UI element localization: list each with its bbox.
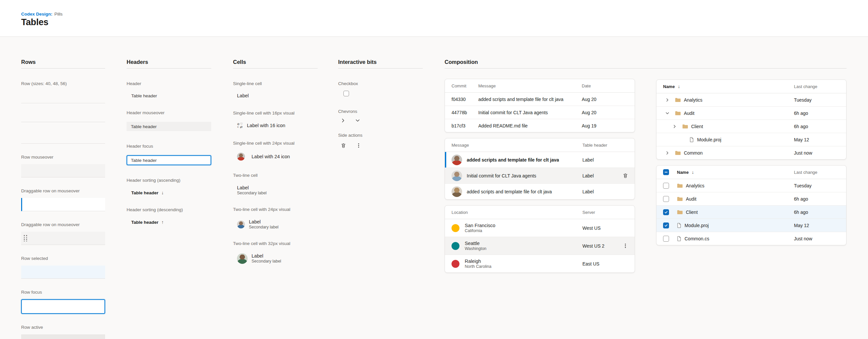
- table-row-active[interactable]: [21, 334, 105, 339]
- table-row-draggable-grip[interactable]: [21, 232, 105, 245]
- column-header-value[interactable]: Table header: [582, 143, 616, 148]
- column-header-location[interactable]: Location: [452, 210, 582, 215]
- more-vertical-icon[interactable]: [623, 243, 628, 249]
- cell-label: Label: [237, 185, 267, 191]
- table-cell-two-line-32-visual[interactable]: Label Secondary label: [237, 253, 318, 264]
- table-header-cell-mouseover[interactable]: Table header: [127, 122, 211, 131]
- commit-date: Aug 19: [582, 123, 628, 129]
- chevron-right-icon[interactable]: [663, 98, 673, 102]
- table-row[interactable]: Analytics Tuesday: [656, 179, 846, 192]
- tree-row[interactable]: Analytics Tuesday: [656, 93, 846, 106]
- demo-label-header-sort-desc: Header sorting (descending): [127, 207, 211, 213]
- column-header-commit[interactable]: Commit: [452, 83, 478, 88]
- column-header-last-change[interactable]: Last change: [794, 170, 840, 175]
- table-row[interactable]: Audit 6h ago: [656, 192, 846, 205]
- table-row-selected[interactable]: [21, 265, 105, 279]
- table-header-cell-focus[interactable]: Table header: [127, 155, 211, 165]
- table-row[interactable]: Common.cs Just now: [656, 232, 846, 245]
- table-row-focus[interactable]: [21, 299, 105, 314]
- checkbox-unchecked[interactable]: [663, 183, 669, 189]
- folder-icon: [675, 151, 681, 155]
- table-cell-single-16-visual[interactable]: ⊘♡+⇄ Label with 16 icon: [237, 122, 318, 129]
- city-label: San Francisco: [465, 223, 495, 228]
- section-title-interactive: Interactive bits: [338, 59, 423, 68]
- table-row[interactable]: Raleigh North Carolina East US: [445, 255, 634, 273]
- cell-label: Label: [252, 253, 281, 259]
- tree-row-expanded[interactable]: Audit 6h ago: [656, 106, 846, 119]
- item-name: Client: [686, 209, 698, 215]
- table-cell-single[interactable]: Label: [237, 93, 318, 98]
- section-interactive-bits: Interactive bits Checkbox Chevrons Side …: [338, 59, 423, 148]
- folder-icon: [677, 210, 683, 215]
- chevron-right-icon[interactable]: [341, 118, 345, 123]
- table-row-hover[interactable]: Initial commit for CLT Java agents Label: [445, 168, 634, 183]
- select-all-checkbox-indeterminate[interactable]: [663, 169, 669, 175]
- table-header-row: Name ↓ Last change: [656, 80, 846, 93]
- chevron-down-icon[interactable]: [663, 111, 673, 115]
- file-tree-table: Name ↓ Last change Analytics Tuesday: [656, 80, 846, 160]
- table-cell-single-24-visual[interactable]: Label with 24 icon: [237, 152, 318, 161]
- column-header-name-sorted[interactable]: Name ↓: [677, 169, 694, 175]
- column-header-last-change[interactable]: Last change: [794, 84, 840, 89]
- table-header-cell-sort-asc[interactable]: Table header ↓: [131, 190, 211, 195]
- cell-secondary-label: Secondary label: [249, 225, 279, 230]
- message-text: Initial commit for CLT Java agents: [467, 173, 536, 178]
- column-header-name-sorted[interactable]: Name ↓: [663, 84, 794, 89]
- file-icon: [677, 223, 681, 228]
- table-row-size-48[interactable]: [21, 106, 105, 122]
- table-header-row: Commit Message Date: [445, 79, 634, 92]
- demo-label-header-mouseover: Header mouseover: [127, 110, 211, 116]
- item-name: Audit: [686, 196, 696, 202]
- avatar: [237, 221, 245, 228]
- table-row[interactable]: added scripts and template file for clt …: [445, 183, 634, 199]
- checkbox-unchecked[interactable]: [343, 91, 349, 96]
- value-cell: Label: [582, 157, 616, 163]
- table-row-hover[interactable]: Seattle Washington West US 2: [445, 237, 634, 255]
- table-row-selected[interactable]: Module.proj May 12: [656, 219, 846, 232]
- table-row-size-56[interactable]: [21, 125, 105, 144]
- table-row-mouseover[interactable]: [21, 164, 105, 177]
- table-header-row: Location Server: [445, 205, 634, 219]
- commit-message: added scripts and template file for clt …: [478, 97, 582, 102]
- sort-descending-icon: ↑: [161, 220, 164, 225]
- tree-row[interactable]: Common Just now: [656, 146, 846, 159]
- table-header-cell[interactable]: Table header: [131, 93, 211, 98]
- delete-icon[interactable]: [623, 173, 628, 178]
- region-label: North Carolina: [465, 264, 492, 269]
- column-header-message[interactable]: Message: [452, 143, 582, 148]
- tree-row-child[interactable]: Client 6h ago: [656, 119, 846, 133]
- table-row-draggable-accent[interactable]: [21, 198, 105, 211]
- table-cell-two-line[interactable]: Label Secondary label: [237, 185, 318, 196]
- chevron-down-icon[interactable]: [355, 118, 360, 123]
- table-header-cell-sort-desc[interactable]: Table header ↑: [131, 220, 211, 225]
- table-row-selected[interactable]: Client 6h ago: [656, 205, 846, 219]
- checkbox-checked[interactable]: [663, 223, 669, 228]
- tree-item-name: Analytics: [684, 97, 703, 103]
- tree-row-leaf[interactable]: Module.proj May 12: [656, 133, 846, 146]
- breadcrumb-brand-link[interactable]: Codex Design:: [21, 11, 53, 17]
- commit-message: Added README.md file: [478, 123, 582, 129]
- table-row[interactable]: 44778b Initial commit for CLT Java agent…: [445, 106, 634, 119]
- table-row[interactable]: San Francisco California West US: [445, 219, 634, 237]
- table-row[interactable]: f04330 added scripts and template file f…: [445, 92, 634, 106]
- table-row-selected[interactable]: added scripts and template file for clt …: [445, 152, 634, 168]
- drag-handle-icon[interactable]: [24, 235, 27, 241]
- city-label: Raleigh: [465, 258, 492, 264]
- chevron-right-icon[interactable]: [670, 124, 680, 129]
- last-change-cell: Tuesday: [794, 183, 840, 188]
- delete-icon[interactable]: [341, 143, 346, 148]
- column-header-message[interactable]: Message: [478, 83, 582, 88]
- checkbox-unchecked[interactable]: [663, 196, 669, 202]
- column-header-date[interactable]: Date: [582, 83, 628, 88]
- table-row[interactable]: b17cf3 Added README.md file Aug 19: [445, 119, 634, 132]
- more-vertical-icon[interactable]: [356, 143, 361, 148]
- table-cell-two-line-24-visual[interactable]: Label Secondary label: [237, 219, 318, 230]
- checkbox-unchecked[interactable]: [663, 236, 669, 242]
- checkbox-checked[interactable]: [663, 209, 669, 215]
- table-row-size-40[interactable]: [21, 90, 105, 103]
- chevron-right-icon[interactable]: [663, 151, 673, 155]
- column-header-server[interactable]: Server: [582, 210, 616, 215]
- section-title-rows: Rows: [21, 59, 105, 68]
- commit-date: Aug 20: [582, 97, 628, 102]
- avatar: [452, 187, 462, 197]
